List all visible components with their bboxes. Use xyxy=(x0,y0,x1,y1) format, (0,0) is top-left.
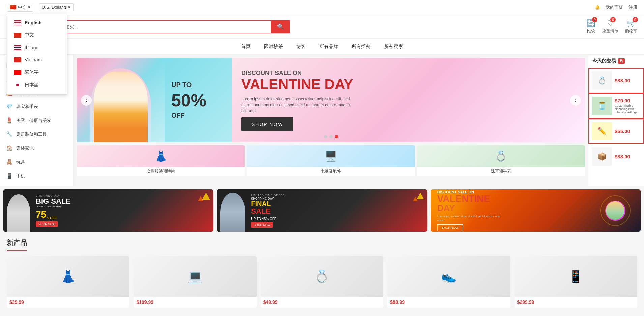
top-bar-right: 🔔 我的面板 注册 xyxy=(595,4,637,10)
lang-item-label: 中文 xyxy=(25,32,34,38)
chevron-down-icon: ▾ xyxy=(28,5,30,10)
flag-us xyxy=(14,20,21,25)
register-link[interactable]: 注册 xyxy=(628,4,637,10)
flag-cn xyxy=(14,33,21,38)
lang-item-chinese[interactable]: 中文 xyxy=(7,29,67,42)
lang-item-label: 繁体字 xyxy=(25,69,39,75)
top-bar: 🇨🇳 中文 ▾ U.S. Dollar $ ▾ 🔔 我的面板 注册 Englis… xyxy=(0,0,644,15)
currency-label: U.S. Dollar $ xyxy=(42,5,67,10)
overlay xyxy=(0,0,644,311)
lang-item-japanese[interactable]: 日本語 xyxy=(7,79,67,91)
lang-item-label: 日本語 xyxy=(25,82,39,88)
flag-vn xyxy=(14,57,21,62)
top-bar-left: 🇨🇳 中文 ▾ U.S. Dollar $ ▾ xyxy=(7,3,74,12)
dashboard-link[interactable]: 我的面板 xyxy=(606,4,623,10)
lang-item-thailand[interactable]: thiland xyxy=(7,42,67,54)
lang-item-label: thiland xyxy=(25,45,38,50)
language-dropdown: English 中文 thiland Vietnam 繁体字 日本語 xyxy=(7,14,67,95)
lang-item-traditional[interactable]: 繁体字 xyxy=(7,66,67,79)
chevron-down-icon: ▾ xyxy=(68,5,70,10)
currency-selector[interactable]: U.S. Dollar $ ▾ xyxy=(39,3,74,11)
lang-item-english[interactable]: English xyxy=(7,17,67,29)
notification-icon[interactable]: 🔔 xyxy=(595,5,600,10)
language-selector[interactable]: 🇨🇳 中文 ▾ xyxy=(7,3,33,12)
lang-item-label: Vietnam xyxy=(25,57,42,62)
flag-tw xyxy=(14,70,21,75)
lang-label: 中文 xyxy=(18,4,27,10)
flag-jp xyxy=(14,83,21,88)
lang-item-label: English xyxy=(25,20,42,25)
flag-th xyxy=(14,45,21,50)
lang-item-vietnam[interactable]: Vietnam xyxy=(7,54,67,66)
